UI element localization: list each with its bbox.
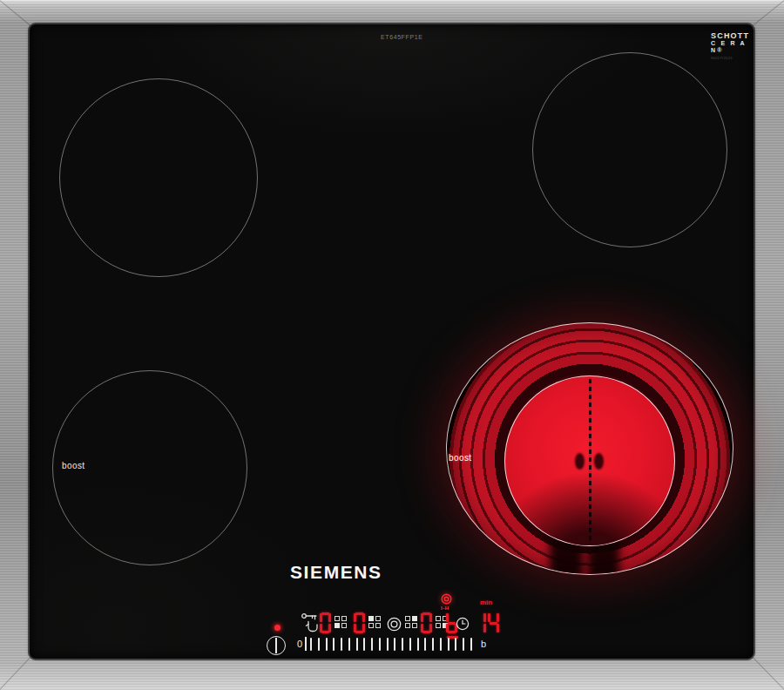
zone-select-icon-rear-left[interactable] — [368, 616, 381, 628]
cooktop-product-image: ET645FFP1E SCHOTT C E R A N® 90017/2021 … — [0, 0, 784, 690]
glass-brand-mark: SCHOTT C E R A N® 90017/2021 — [711, 31, 754, 61]
touch-control-panel: I-H min 0 b — [235, 592, 514, 664]
zone-display-rear-left[interactable] — [353, 612, 366, 633]
cooking-zone-front-right-active — [446, 322, 733, 575]
zone-select-icon-front-left[interactable] — [335, 616, 347, 628]
slider-start-tick — [305, 637, 307, 651]
power-button[interactable] — [267, 636, 286, 655]
slider-end-label: b — [481, 639, 486, 649]
slider-start-label: 0 — [297, 639, 302, 649]
heater-inner-circle — [504, 375, 675, 546]
zone-select-icon-rear-right[interactable] — [405, 616, 417, 628]
dual-zone-button-icon[interactable] — [387, 617, 402, 632]
frame-corner-seam — [0, 0, 30, 25]
frame-corner-seam — [0, 658, 30, 690]
key-lock-icon[interactable] — [301, 612, 320, 636]
boost-label-front-left: boost — [62, 461, 84, 470]
glass-brand-line2: C E R A N® — [711, 40, 754, 54]
glass-brand-line3: 90017/2021 — [711, 57, 754, 61]
zone-display-front-left[interactable] — [319, 612, 332, 633]
glass-brand-line1: SCHOTT — [711, 31, 754, 40]
dual-zone-indicator-label: I-H — [441, 605, 449, 611]
boost-label-front-right: boost — [449, 453, 471, 463]
ceramic-glass-surface: ET645FFP1E SCHOTT C E R A N® 90017/2021 … — [30, 24, 754, 659]
zone-display-rear-right[interactable] — [420, 612, 433, 633]
heater-inner-shade — [505, 376, 674, 545]
dual-zone-active-indicator-icon — [441, 593, 452, 605]
timer-clock-icon[interactable] — [456, 617, 470, 631]
cooking-zone-rear-right — [532, 52, 727, 247]
cooking-zone-rear-left — [59, 78, 258, 277]
frame-corner-seam — [754, 0, 784, 25]
timer-display[interactable] — [474, 612, 500, 633]
power-slider-ticks[interactable] — [310, 637, 472, 651]
frame-corner-seam — [753, 658, 784, 690]
timer-unit-label: min — [480, 599, 492, 606]
siemens-logo: SIEMENS — [290, 562, 382, 583]
model-number: ET645FFP1E — [381, 34, 422, 40]
power-indicator-led — [274, 625, 280, 631]
